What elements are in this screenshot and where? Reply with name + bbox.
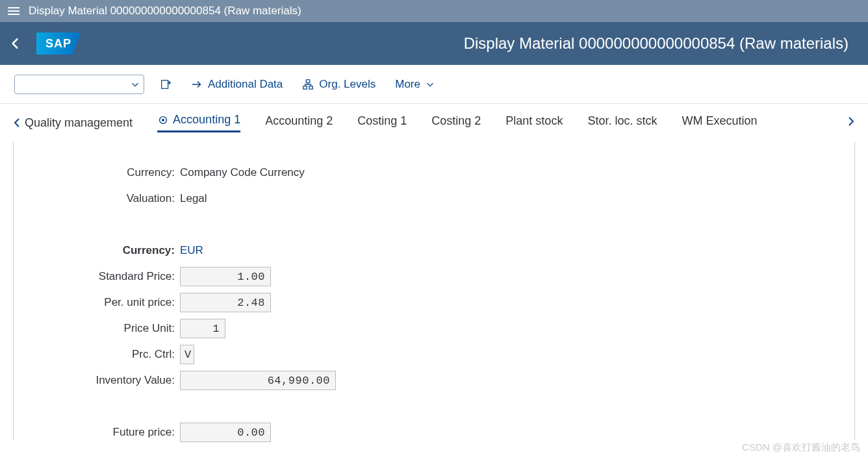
currency-value[interactable]: EUR (180, 244, 203, 257)
tabs-scroll-next[interactable] (847, 116, 855, 130)
additional-data-button[interactable]: Additional Data (187, 75, 287, 93)
tab-label: Stor. loc. stck (587, 114, 657, 128)
inventory-value-label: Inventory Value: (14, 374, 180, 387)
tab-accounting-1[interactable]: Accounting 1 (157, 113, 240, 132)
future-price-field: 0.00 (180, 423, 271, 442)
shell-title: Display Material 000000000000000854 (Raw… (29, 5, 301, 18)
tab-costing-1[interactable]: Costing 1 (357, 114, 407, 132)
price-unit-label: Price Unit: (14, 322, 180, 335)
object-selector-dropdown[interactable] (14, 75, 144, 94)
prc-ctrl-field: V (180, 345, 194, 364)
tab-label: WM Execution (682, 114, 757, 128)
tab-plant-stock[interactable]: Plant stock (505, 114, 563, 132)
per-unit-price-field: 2.48 (180, 293, 271, 312)
tabs-scroll-prev[interactable]: Quality management (13, 116, 133, 130)
currency-type-value: Company Code Currency (180, 166, 305, 179)
hierarchy-icon (302, 79, 314, 90)
row-standard-price: Standard Price: 1.00 (14, 264, 854, 290)
row-currency: Currency: EUR (14, 238, 854, 264)
row-prc-ctrl: Prc. Ctrl: V (14, 341, 854, 367)
svg-rect-3 (309, 86, 313, 89)
tab-label: Costing 1 (357, 114, 407, 128)
page-title: Display Material 000000000000000854 (Raw… (81, 34, 859, 53)
row-currency-type: Currency: Company Code Currency (14, 160, 854, 186)
back-button[interactable] (9, 38, 21, 49)
menu-icon[interactable] (8, 7, 19, 15)
svg-point-5 (162, 118, 164, 121)
more-label: More (395, 78, 420, 91)
valuation-label: Valuation: (14, 192, 180, 205)
content-frame: Currency: Company Code Currency Valuatio… (13, 142, 855, 440)
prev-tab-hint: Quality management (25, 116, 133, 130)
currency-label: Currency: (14, 244, 180, 257)
standard-price-label: Standard Price: (14, 270, 180, 283)
chevron-left-icon (13, 118, 21, 128)
row-per-unit-price: Per. unit price: 2.48 (14, 290, 854, 316)
toolbar: Additional Data Org. Levels More (0, 65, 868, 104)
tab-wm-execution[interactable]: WM Execution (682, 114, 757, 132)
tab-label: Accounting 1 (173, 113, 240, 127)
row-inventory-value: Inventory Value: 64,990.00 (14, 367, 854, 393)
org-levels-button[interactable]: Org. Levels (298, 75, 379, 93)
chevron-down-icon (131, 80, 140, 89)
tab-costing-2[interactable]: Costing 2 (431, 114, 481, 132)
shell-bar: Display Material 000000000000000854 (Raw… (0, 0, 868, 22)
more-button[interactable]: More (391, 75, 439, 93)
export-button[interactable] (156, 76, 175, 93)
tab-label: Plant stock (505, 114, 563, 128)
standard-price-field: 1.00 (180, 267, 271, 286)
valuation-value: Legal (180, 192, 207, 205)
svg-rect-1 (307, 79, 310, 82)
eye-icon (157, 114, 169, 126)
tab-label: Accounting 2 (265, 114, 333, 128)
per-unit-price-label: Per. unit price: (14, 296, 180, 309)
tab-label: Costing 2 (431, 114, 481, 128)
currency-type-label: Currency: (14, 166, 180, 179)
future-price-label: Future price: (14, 426, 180, 439)
svg-rect-2 (303, 86, 307, 89)
export-icon (160, 79, 172, 90)
chevron-right-icon (847, 116, 855, 127)
svg-rect-0 (162, 80, 168, 88)
tab-accounting-2[interactable]: Accounting 2 (265, 114, 333, 132)
app-header: SAP Display Material 000000000000000854 … (0, 22, 868, 65)
watermark: CSDN @喜欢打酱油的老鸟 (742, 441, 860, 454)
sap-logo: SAP (36, 32, 81, 55)
tab-stor-loc-stck[interactable]: Stor. loc. stck (587, 114, 657, 132)
prc-ctrl-label: Prc. Ctrl: (14, 348, 180, 361)
row-valuation: Valuation: Legal (14, 186, 854, 212)
chevron-down-icon (426, 80, 435, 89)
org-levels-label: Org. Levels (319, 78, 376, 91)
arrow-right-icon (191, 80, 203, 89)
tabs-row: Quality management Accounting 1 Accounti… (0, 104, 868, 142)
row-future-price: Future price: 0.00 (14, 419, 854, 445)
inventory-value-field: 64,990.00 (180, 371, 336, 390)
additional-data-label: Additional Data (208, 78, 283, 91)
price-unit-field: 1 (180, 319, 225, 338)
row-price-unit: Price Unit: 1 (14, 316, 854, 341)
